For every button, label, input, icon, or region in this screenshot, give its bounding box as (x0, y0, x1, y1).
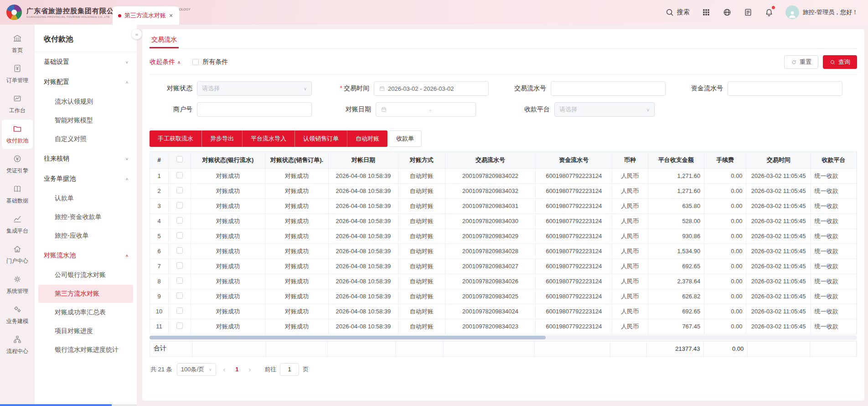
cell-fee: 0.00 (704, 259, 746, 274)
globe-icon[interactable] (723, 8, 732, 17)
cell-amount: 2,378.64 (648, 274, 704, 289)
receipt-slip-button[interactable]: 收款单 (388, 130, 422, 147)
rail-item-门户中心[interactable]: 门户中心 (2, 240, 33, 269)
table-horizontal-scrollbar[interactable] (150, 335, 857, 340)
cell-order-status: 对账成功 (265, 183, 329, 198)
recon-date-range-picker[interactable]: - (376, 102, 476, 117)
global-search[interactable]: 搜索 (665, 8, 690, 17)
cell-bank-status: 对账成功 (191, 183, 265, 198)
collapse-conditions-link[interactable]: 收起条件 ∧ (150, 58, 181, 66)
window-tab[interactable]: 第三方流水对账 × (113, 6, 179, 25)
col-header: 交易时间 (746, 152, 811, 168)
scrollbar-thumb[interactable] (150, 336, 546, 339)
prev-page-button[interactable]: ‹ (221, 366, 228, 373)
row-checkbox[interactable] (176, 232, 183, 239)
apps-grid-icon[interactable] (702, 8, 711, 17)
toolbar-button-异步导出[interactable]: 异步导出 (202, 130, 243, 147)
menu-item-旅控-资金收款单[interactable]: 旅控-资金收款单 (38, 208, 133, 226)
cell-order-status: 对账成功 (265, 289, 329, 304)
rail-item-系统管理[interactable]: 系统管理 (2, 270, 33, 299)
table-row: 9对账成功对账成功2026-04-08 10:58:39自动对账20010978… (150, 289, 857, 304)
merchant-no-input[interactable] (202, 106, 307, 113)
chevron-down-icon: ∨ (304, 86, 307, 91)
cell-fund-no: 60019807792223124 (536, 229, 612, 244)
row-checkbox[interactable] (176, 202, 183, 208)
cell-fund-no: 60019807792223124 (536, 304, 612, 319)
rail-item-流程中心[interactable]: 流程中心 (2, 330, 33, 359)
cell-trans-no: 20010978209834023 (445, 319, 536, 334)
toolbar-button-手工获取流水[interactable]: 手工获取流水 (150, 130, 202, 147)
query-button[interactable]: 查询 (823, 55, 857, 69)
row-checkbox[interactable] (176, 187, 183, 193)
menu-group-往来核销[interactable]: 往来核销∨ (35, 149, 137, 169)
menu-item-智能对账模型[interactable]: 智能对账模型 (38, 111, 133, 130)
next-page-button[interactable]: › (246, 366, 254, 373)
trade-time-range-picker[interactable]: 2026-03-02 - 2026-03-02 (374, 81, 489, 96)
user-menu[interactable]: 旅控-管理员，您好！ (785, 5, 858, 19)
notification-bell-icon[interactable] (765, 8, 774, 17)
cell-trans-time: 2026-03-02 11:05:45 (746, 289, 811, 304)
cell-currency: 人民币 (612, 259, 648, 274)
recon-status-select[interactable]: 请选择 ∨ (197, 81, 312, 96)
rail-item-凭证引擎[interactable]: 凭证引擎 (2, 150, 33, 179)
sidebar-collapse-button[interactable]: « (132, 29, 142, 39)
cell-amount: 626.82 (648, 289, 704, 304)
menu-group-基础设置[interactable]: 基础设置∨ (35, 52, 137, 72)
rail-item-集成平台[interactable]: 集成平台 (2, 210, 33, 239)
goto-page-input[interactable] (280, 363, 299, 376)
menu-item-流水认领规则[interactable]: 流水认领规则 (38, 93, 133, 111)
page-horizontal-scrollbar[interactable] (0, 404, 137, 406)
avatar (785, 5, 799, 19)
menu-item-对账成功率汇总表[interactable]: 对账成功率汇总表 (38, 303, 133, 322)
menu-group-业务单据池[interactable]: 业务单据池∧ (35, 169, 137, 189)
row-checkbox[interactable] (176, 307, 183, 314)
toolbar-button-自动对账[interactable]: 自动对账 (347, 130, 388, 147)
select-all-checkbox[interactable] (176, 156, 183, 162)
tab-close-icon[interactable]: × (169, 12, 173, 19)
current-page[interactable]: 1 (232, 366, 241, 373)
col-header: 收款平台 (811, 152, 856, 168)
rail-item-首页[interactable]: 首页 (2, 29, 33, 58)
all-conditions-checkbox[interactable] (192, 59, 199, 65)
cell-fee: 0.00 (704, 274, 746, 289)
cell-trans-time: 2026-03-02 11:05:45 (746, 229, 811, 244)
menu-item-自定义对照[interactable]: 自定义对照 (38, 130, 133, 148)
cell-trans-no: 20010978209834026 (445, 274, 536, 289)
row-checkbox[interactable] (176, 172, 183, 178)
menu-item-公司银行流水对账[interactable]: 公司银行流水对账 (38, 266, 133, 284)
menu-item-旅控-应收单[interactable]: 旅控-应收单 (38, 227, 133, 245)
calendar-icon (381, 106, 387, 113)
row-checkbox[interactable] (176, 277, 183, 284)
row-checkbox[interactable] (176, 323, 183, 329)
cell-order-status: 对账成功 (265, 259, 329, 274)
menu-item-银行流水对账进度统计[interactable]: 银行流水对账进度统计 (38, 341, 133, 359)
cell-fund-no: 60019807792223124 (536, 319, 612, 334)
cell-fund-no: 60019807792223124 (536, 244, 612, 259)
menu-item-认款单[interactable]: 认款单 (38, 189, 133, 208)
row-checkbox[interactable] (176, 247, 183, 254)
reset-button[interactable]: 重置 (784, 55, 818, 69)
scrollbar-thumb[interactable] (0, 404, 112, 406)
menu-group-对账流水池[interactable]: 对账流水池∧ (35, 245, 137, 265)
menu-item-第三方流水对账[interactable]: 第三方流水对账 (38, 285, 133, 303)
cell-bank-status: 对账成功 (191, 274, 265, 289)
row-checkbox[interactable] (176, 217, 183, 224)
rail-item-订单管理[interactable]: 订单管理 (2, 59, 33, 88)
toolbar-button-平台流水导入[interactable]: 平台流水导入 (243, 130, 295, 147)
row-checkbox[interactable] (176, 262, 183, 269)
tab-transaction-flow[interactable]: 交易流水 (150, 29, 179, 48)
trade-no-input[interactable] (556, 85, 661, 92)
cell-recon-date: 2026-04-08 10:58:39 (329, 259, 398, 274)
menu-item-项目对账进度[interactable]: 项目对账进度 (38, 322, 133, 340)
row-checkbox[interactable] (176, 292, 183, 299)
receive-platform-select[interactable]: 请选择 ∨ (554, 102, 655, 117)
toolbar-button-认领销售订单[interactable]: 认领销售订单 (295, 130, 347, 147)
page-size-select[interactable]: 100条/页 ∨ (177, 363, 216, 376)
fund-no-input[interactable] (733, 85, 837, 92)
menu-group-对账配置[interactable]: 对账配置∧ (35, 72, 137, 92)
rail-item-收付款池[interactable]: 收付款池 (2, 120, 33, 149)
rail-item-业务建模[interactable]: 业务建模 (2, 300, 33, 329)
rail-item-基础数据[interactable]: 基础数据 (2, 180, 33, 209)
rail-item-工作台[interactable]: 工作台 (2, 89, 33, 119)
document-icon[interactable] (744, 8, 753, 17)
